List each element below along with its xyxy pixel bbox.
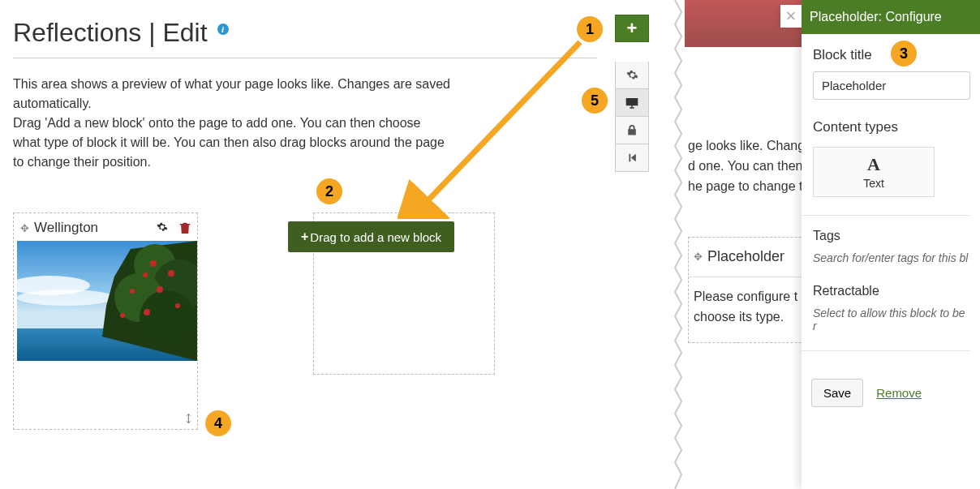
gear-icon xyxy=(626,69,638,81)
page-title: Reflections | Edit xyxy=(13,18,208,48)
annotation-5: 5 xyxy=(582,88,608,114)
settings-button[interactable] xyxy=(615,62,649,89)
lock-button[interactable] xyxy=(615,117,649,144)
annotation-3: 3 xyxy=(891,41,917,66)
svg-point-10 xyxy=(168,270,174,277)
remove-link[interactable]: Remove xyxy=(876,386,922,400)
svg-line-16 xyxy=(422,42,580,207)
annotation-1: 1 xyxy=(577,16,603,42)
drag-label: Drag to add a new block xyxy=(310,230,441,244)
annotation-arrow xyxy=(398,32,600,219)
description-line-1: This area shows a preview of what your p… xyxy=(13,75,451,114)
svg-point-14 xyxy=(175,303,180,308)
description-line-2: Drag 'Add a new block' onto the page to … xyxy=(13,114,451,172)
annotation-4: 4 xyxy=(205,410,231,436)
trash-icon[interactable] xyxy=(179,221,191,234)
collapse-button[interactable] xyxy=(615,144,649,172)
retractable-label: Retractable xyxy=(813,284,970,298)
block-image xyxy=(17,241,197,361)
content-type-label: Text xyxy=(863,177,884,190)
tags-label: Tags xyxy=(813,229,970,243)
save-button[interactable]: Save xyxy=(811,379,863,407)
svg-point-11 xyxy=(130,289,135,294)
placeholder-title: Placeholder xyxy=(707,246,784,268)
content-type-text[interactable]: A Text xyxy=(813,147,935,197)
tags-hint: Search for/enter tags for this bl xyxy=(813,251,970,264)
resize-handle-icon[interactable]: ⤡ xyxy=(179,409,198,427)
block-title-input[interactable] xyxy=(813,71,970,100)
svg-point-12 xyxy=(157,286,163,293)
block-title: Wellington xyxy=(34,220,152,236)
content-types-label: Content types xyxy=(813,119,970,135)
close-icon[interactable]: × xyxy=(780,5,802,28)
skip-back-icon xyxy=(627,152,637,163)
move-icon[interactable]: ✥ xyxy=(694,249,703,265)
drop-zone[interactable]: + Drag to add a new block xyxy=(313,212,495,375)
svg-point-7 xyxy=(140,290,195,345)
display-button[interactable] xyxy=(615,89,649,117)
plus-icon: + xyxy=(301,229,308,244)
configure-panel: × Placeholder: Configure Block title Con… xyxy=(802,0,980,489)
lock-icon xyxy=(627,124,637,136)
drag-new-block-button[interactable]: + Drag to add a new block xyxy=(288,221,454,252)
move-icon[interactable]: ✥ xyxy=(20,222,29,234)
retractable-hint: Select to allow this block to be r xyxy=(813,307,970,332)
annotation-2: 2 xyxy=(316,178,342,204)
editor-toolbar: + xyxy=(615,15,649,172)
gear-icon[interactable] xyxy=(157,221,168,234)
svg-point-8 xyxy=(150,260,157,267)
panel-title: Placeholder: Configure xyxy=(802,0,980,34)
svg-point-2 xyxy=(17,290,114,306)
text-type-icon: A xyxy=(867,154,880,175)
svg-point-15 xyxy=(120,313,125,318)
block-wellington[interactable]: ✥ Wellington xyxy=(13,212,198,430)
split-divider xyxy=(665,0,685,489)
svg-point-13 xyxy=(144,309,150,315)
info-icon[interactable]: i xyxy=(217,24,229,35)
add-block-button[interactable]: + xyxy=(615,15,649,42)
monitor-icon xyxy=(625,97,638,109)
svg-point-9 xyxy=(143,272,148,277)
